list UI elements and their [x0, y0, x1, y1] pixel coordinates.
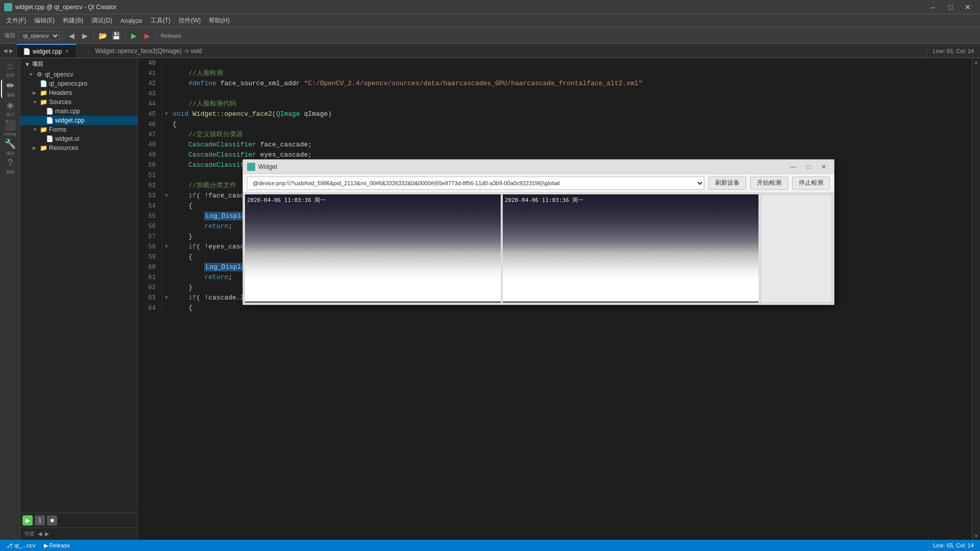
run-config-label: Release [50, 542, 70, 548]
sidebar-project-button[interactable]: 🔧 项目 [1, 138, 19, 156]
maximize-button[interactable]: □ [942, 2, 959, 13]
sidebar-debug-button[interactable]: ⬛ Debug [1, 118, 19, 137]
folder-icon: 📁 [40, 98, 47, 106]
project-header[interactable]: ▼ 项目 [20, 58, 137, 70]
folder-icon: 📁 [40, 126, 47, 133]
run-step-button[interactable]: ⤵ [35, 515, 45, 525]
code-line-44: 44 //人脸检测代码 [138, 99, 972, 109]
tabbar: ◀ ▶ 📄 widget.cpp ✕ → Widget::opencv_face… [0, 44, 980, 58]
scroll-up-icon[interactable]: ▲ [974, 59, 979, 65]
expand-icon: ▼ [33, 127, 38, 132]
start-detection-button[interactable]: 开始检测 [750, 177, 788, 190]
toolbar: 项目 qt_opencv ◀ ▶ 📂 💾 ▶ ▶ Release [0, 28, 980, 44]
menu-help[interactable]: 帮助(H) [205, 15, 234, 26]
sidebar-content: ▼ ⚙ qt_opencv 📄 qt_opencv.pro ▶ 📁 Header… [20, 70, 137, 513]
open-file-button[interactable]: 📂 [96, 30, 109, 42]
widget-title: Widget [258, 163, 784, 170]
widget-app-icon [247, 163, 255, 171]
tab-close-button[interactable]: ✕ [64, 48, 70, 55]
expand-icon: ▶ [33, 90, 38, 95]
minimize-button[interactable]: – [925, 2, 941, 13]
window-controls: – □ ✕ [925, 2, 976, 13]
run-button-sidebar[interactable]: ▶ [22, 515, 33, 525]
code-line-49: 49 CascadeClassifier eyes_cascade; [138, 150, 972, 160]
tree-item-headers[interactable]: ▶ 📁 Headers [20, 88, 137, 97]
config-label: Release [159, 33, 183, 39]
bookmarks-label: 书签 [23, 530, 35, 538]
tree-item-widget-cpp[interactable]: 📄 widget.cpp [20, 116, 137, 125]
expand-icon: ▼ [33, 99, 38, 105]
sidebar-welcome-button[interactable]: ⌂ 欢迎 [1, 60, 19, 79]
folder-icon: 📁 [40, 89, 47, 96]
project-select[interactable]: qt_opencv [18, 31, 60, 40]
widget-minimize-button[interactable]: — [787, 161, 799, 172]
expand-icon: ▼ [29, 72, 34, 77]
sidebar-design-button[interactable]: ◈ 设计 [1, 99, 19, 117]
folder-icon: 📁 [40, 144, 47, 152]
menu-controls[interactable]: 控件(W) [175, 15, 205, 26]
tree-item-sources[interactable]: ▼ 📁 Sources [20, 97, 137, 107]
bookmark-nav-left[interactable]: ◀ [38, 531, 42, 537]
camera1-timestamp: 2020-04-06 11:03:36 周一 [247, 196, 326, 204]
refresh-device-button[interactable]: 刷新设备 [708, 177, 746, 190]
file-icon: 📄 [40, 80, 47, 87]
tree-item-qt-opencv[interactable]: ▼ ⚙ qt_opencv [20, 70, 137, 79]
line-col-display: Line: 65, Col: 14 [927, 44, 980, 58]
stop-detection-button[interactable]: 停止检测 [792, 177, 830, 190]
project-label: 项目 [2, 32, 17, 39]
tree-item-main-cpp[interactable]: 📄 main.cpp [20, 107, 137, 116]
status-line-col[interactable]: Line: 65, Col: 14 [931, 542, 976, 548]
bookmark-nav-right[interactable]: ▶ [45, 531, 49, 537]
code-line-43: 43 [138, 89, 972, 99]
design-icon: ◈ [7, 99, 14, 111]
camera2-image [503, 194, 758, 302]
code-line-40: 40 [138, 58, 972, 68]
status-branch[interactable]: ⎇ qt_...ncv [4, 542, 38, 549]
status-run-button[interactable]: ▶ Release [42, 542, 72, 549]
sidebar-help-button[interactable]: ? 帮助 [1, 157, 19, 176]
cpp-file-icon: 📄 [46, 108, 53, 115]
tab-breadcrumb: → Widget::opencv_face2(QImage) -> void [77, 44, 927, 58]
tree-item-pro-file[interactable]: 📄 qt_opencv.pro [20, 79, 137, 88]
nav-back-button[interactable]: ◀ [65, 30, 78, 42]
nav-forward-button[interactable]: ▶ [79, 30, 91, 42]
close-button[interactable]: ✕ [960, 2, 976, 13]
toolbar-separator [62, 31, 63, 41]
stop-button[interactable]: ■ [47, 515, 57, 525]
project-folder-icon: ⚙ [36, 71, 43, 78]
tree-item-widget-ui[interactable]: 📄 widget.ui [20, 134, 137, 143]
widget-window: Widget — □ ✕ @device:pnp:\\?\usb#vid_598… [242, 159, 835, 305]
tab-nav-left[interactable]: ◀ [3, 47, 7, 54]
run-debug-button[interactable]: ▶ [141, 30, 153, 42]
statusbar: ⎇ qt_...ncv ▶ Release Line: 65, Col: 14 [0, 540, 980, 551]
tab-nav-right[interactable]: ▶ [9, 47, 13, 54]
tree-item-resources[interactable]: ▶ 📁 Resources [20, 143, 137, 153]
tree-item-forms[interactable]: ▼ 📁 Forms [20, 125, 137, 134]
widget-close-button[interactable]: ✕ [818, 161, 830, 172]
tab-icon: 📄 [23, 48, 31, 55]
tab-active-file[interactable]: 📄 widget.cpp ✕ [17, 44, 77, 58]
code-editor[interactable]: 40 41 //人脸检测 42 #define face_source_xml_… [138, 58, 972, 540]
debug-icon: ⬛ [5, 119, 16, 131]
menu-analyze[interactable]: Analyze [116, 16, 146, 26]
menu-debug[interactable]: 调试(D) [87, 15, 116, 26]
scroll-down-icon[interactable]: ▼ [974, 533, 979, 539]
window-title: widget.cpp @ qt_opencv - Qt Creator [15, 4, 925, 11]
tab-widget-cpp[interactable]: ◀ ▶ [0, 44, 17, 58]
run-controls: ▶ ⤵ ■ [20, 513, 137, 528]
widget-maximize-button[interactable]: □ [802, 161, 815, 172]
sidebar-edit-button[interactable]: ✏ 编辑 [1, 80, 19, 98]
save-button[interactable]: 💾 [110, 30, 122, 42]
menubar: 文件(F) 编辑(E) 构建(B) 调试(D) Analyze 工具(T) 控件… [0, 14, 980, 28]
menu-edit[interactable]: 编辑(E) [30, 15, 59, 26]
camera1-image [245, 194, 501, 302]
tab-sep: → [85, 47, 91, 55]
device-select[interactable]: @device:pnp:\\?\usb#vid_5986&pid_2113&mi… [247, 177, 704, 190]
right-panel: ▲ ▼ [972, 58, 980, 540]
edit-icon: ✏ [7, 80, 14, 91]
menu-build[interactable]: 构建(B) [59, 15, 87, 26]
menu-file[interactable]: 文件(F) [2, 15, 30, 26]
run-button[interactable]: ▶ [128, 30, 140, 42]
menu-tools[interactable]: 工具(T) [146, 15, 175, 26]
widget-titlebar: Widget — □ ✕ [243, 160, 834, 174]
